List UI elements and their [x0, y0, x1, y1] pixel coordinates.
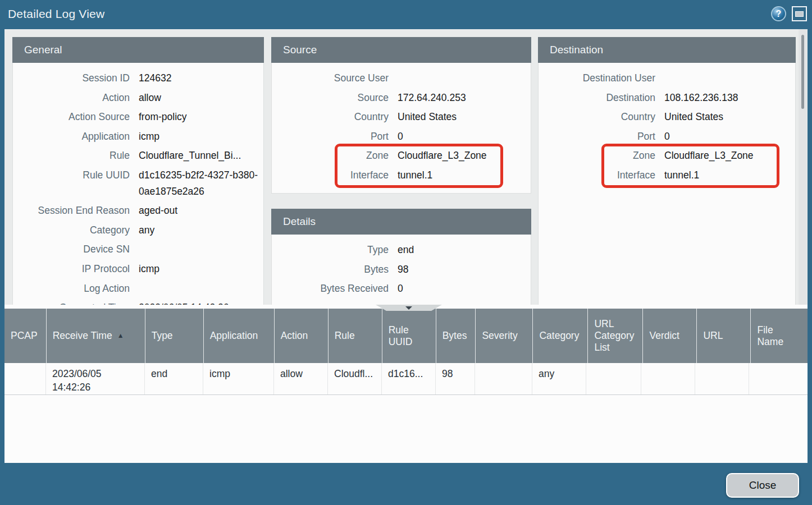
details-panel-body: Type end Bytes 98 Bytes Received 0 [271, 235, 531, 305]
field-row: Type end [272, 242, 531, 258]
dialog-title: Detailed Log View [8, 7, 104, 21]
source-panel: Source Source User Source 172.64.240.253 [271, 37, 531, 194]
column-header-label: PCAP [11, 330, 38, 342]
column-header[interactable]: Rule [329, 309, 382, 363]
field-value: Cloudflare_L3_Zone [664, 148, 795, 164]
field-label: Application [13, 128, 139, 145]
field-row: Rule UUID d1c16235-b2f2-4327-b380-0ae187… [13, 167, 263, 199]
log-detail-panels-area: General Session ID 124632 Action allow [4, 29, 808, 305]
table-cell: d1c16... [382, 363, 436, 394]
vertical-scrollbar-track[interactable] [799, 29, 807, 305]
destination-panel-header: Destination [538, 37, 796, 63]
table-cell: any [532, 363, 586, 394]
destination-fields: Destination User Destination 108.162.236… [539, 70, 795, 144]
vertical-scrollbar-thumb[interactable] [801, 35, 804, 109]
field-row: Destination User [539, 70, 795, 86]
dialog-titlebar: Detailed Log View ? [0, 0, 812, 29]
table-cell [695, 363, 749, 394]
field-value: 0 [398, 281, 531, 297]
column-header[interactable]: URL [697, 309, 751, 363]
table-cell [475, 363, 532, 394]
general-panel-body: Session ID 124632 Action allow Action So… [12, 63, 264, 305]
field-label: Destination [539, 90, 664, 106]
destination-panel: Destination Destination User Destination… [538, 37, 796, 305]
field-label: IP Protocol [13, 261, 139, 277]
field-row: Application icmp [13, 128, 263, 145]
table-cell: end [145, 363, 203, 394]
column-header[interactable]: URL Category List [588, 309, 643, 363]
maximize-icon[interactable] [792, 6, 807, 21]
column-header[interactable]: Rule UUID [382, 309, 436, 363]
column-header-label: Rule UUID [389, 324, 427, 348]
column-header[interactable]: PCAP [4, 309, 47, 363]
column-header[interactable]: Category [533, 309, 588, 363]
column-header[interactable]: Type [145, 309, 204, 363]
field-label: Action Source [13, 109, 139, 125]
table-cell: 2023/06/05 14:42:26 [46, 363, 145, 394]
field-row: Source User [272, 70, 531, 86]
field-value [664, 70, 795, 86]
close-button[interactable]: Close [726, 473, 799, 498]
column-header[interactable]: File Name [751, 309, 808, 363]
field-row: Port 0 [272, 128, 531, 145]
column-header[interactable]: Action [275, 309, 329, 363]
column-header-label: Type [152, 330, 173, 342]
column-header[interactable]: Receive Time ▲ [47, 309, 145, 363]
field-value: d1c16235-b2f2-4327-b380-0ae1875e2a26 [139, 167, 263, 199]
field-value: 98 [398, 261, 531, 278]
source-fields: Source User Source 172.64.240.253 Countr… [272, 70, 531, 144]
field-label: Country [272, 109, 398, 125]
field-value: United States [398, 109, 531, 125]
log-table-row[interactable]: 2023/06/05 14:42:26 end icmp allow Cloud… [4, 363, 808, 395]
field-value: any [139, 222, 263, 238]
destination-zone-fields: Zone Cloudflare_L3_Zone Interface tunnel… [539, 148, 795, 183]
field-value: 2023/06/05 14:42:26 [139, 300, 263, 305]
table-cell: 98 [436, 363, 475, 394]
field-value: end [398, 242, 531, 258]
field-row: Session ID 124632 [13, 70, 263, 86]
field-label: Source [272, 90, 398, 106]
column-header-label: Action [281, 330, 308, 342]
field-value: 124632 [139, 70, 263, 86]
column-header-label: Application [210, 330, 258, 342]
field-value: 108.162.236.138 [664, 90, 795, 106]
field-label: Destination User [539, 70, 664, 86]
column-header[interactable]: Verdict [643, 309, 697, 363]
field-row: Interface tunnel.1 [539, 167, 795, 183]
field-value: 0 [398, 128, 531, 145]
table-cell [641, 363, 695, 394]
field-label: Action [13, 90, 139, 106]
field-value: allow [139, 90, 263, 106]
field-row: Country United States [539, 109, 795, 125]
column-header[interactable]: Severity [476, 309, 533, 363]
field-value [398, 70, 531, 86]
source-panel-body: Source User Source 172.64.240.253 Countr… [271, 63, 531, 194]
collapse-arrow-icon [405, 306, 412, 310]
field-row: Interface tunnel.1 [272, 167, 531, 183]
field-value: aged-out [139, 203, 263, 219]
column-header-label: URL [703, 330, 723, 342]
details-panel-header: Details [271, 209, 531, 235]
field-label: Rule [13, 148, 139, 164]
column-header[interactable]: Bytes [436, 309, 476, 363]
details-fields: Type end Bytes 98 Bytes Received 0 [272, 242, 531, 297]
field-row: Country United States [272, 109, 531, 125]
column-header[interactable]: Application [204, 309, 275, 363]
table-cell: Cloudfl... [328, 363, 382, 394]
column-header-label: Verdict [649, 330, 679, 342]
field-row: Category any [13, 222, 263, 238]
field-row: Port 0 [539, 128, 795, 145]
field-value: 172.64.240.253 [398, 90, 531, 106]
field-value: United States [664, 109, 795, 125]
field-row: Bytes 98 [272, 261, 531, 278]
field-label: Zone [272, 148, 398, 164]
field-value [139, 241, 263, 258]
destination-panel-body: Destination User Destination 108.162.236… [538, 63, 796, 305]
panel-splitter-handle[interactable] [376, 305, 442, 311]
field-label: Port [272, 128, 398, 145]
help-icon[interactable]: ? [771, 6, 786, 21]
table-cell [586, 363, 641, 394]
field-value: Cloudflare_L3_Zone [398, 148, 531, 164]
field-value: tunnel.1 [664, 167, 795, 183]
field-value: icmp [139, 261, 263, 277]
